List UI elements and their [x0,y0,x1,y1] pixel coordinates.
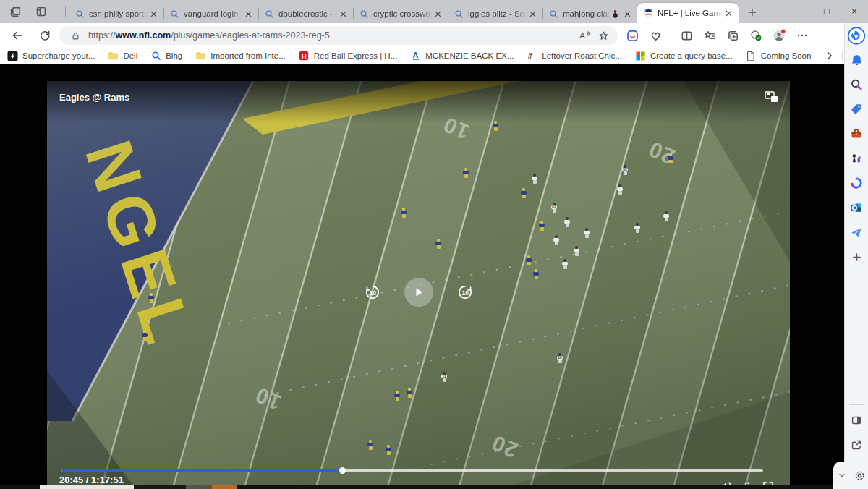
star-icon[interactable] [595,27,612,44]
sidebar-copilot-icon[interactable] [847,26,866,45]
favorite-label: Dell [123,51,137,60]
essentials-icon[interactable] [645,25,665,46]
forward-10-button[interactable]: 10 [457,284,473,300]
sidebar-plus-small-icon[interactable] [847,247,866,266]
settings-gear-icon[interactable] [851,466,868,485]
progress-knob[interactable] [339,467,346,474]
tab-label: NFL+ | Live Games [658,9,723,17]
refresh-icon[interactable] [35,25,55,46]
favorite-dell[interactable]: Dell [108,51,137,61]
player-eagles [564,217,570,227]
player-legs [555,242,558,245]
tab-close-icon[interactable] [527,8,538,20]
tab-mahjong-classic[interactable]: mahjong classic [542,4,637,23]
progress-bar[interactable] [61,469,774,472]
sidebar-bell-icon[interactable] [847,51,866,69]
close-button[interactable]: × [841,0,868,22]
search-icon [75,9,85,19]
favorite-red-ball-express-h[interactable]: HRed Ball Express | H... [299,51,397,61]
chevron-down-icon[interactable] [833,466,851,485]
tabs: csn philly sports - Svanguard login mydo… [69,0,739,23]
sidebar-panel-right-icon[interactable] [847,411,866,430]
sidebar-shopping-tag-icon[interactable] [847,100,866,119]
favorite-bing[interactable]: Bing [150,51,182,61]
sidebar-toolbox-icon[interactable] [847,124,866,143]
more-icon[interactable] [792,25,812,46]
tab-close-icon[interactable] [337,8,349,20]
player-rams [367,440,373,450]
tab-cryptic-crosswords[interactable]: cryptic crosswords [353,4,448,23]
player-rams [435,239,441,249]
player-jersey [435,242,441,245]
read-aloud-icon[interactable]: A [576,27,593,44]
favorites-bar: Supercharge your...DellBingImported from… [0,48,844,64]
url-text[interactable]: https://www.nfl.com/plus/games/eagles-at… [88,30,576,41]
profile-icon[interactable] [769,25,789,46]
search-icon [264,9,274,19]
back-icon[interactable] [7,25,27,46]
favorite-supercharge-your[interactable]: Supercharge your... [7,51,95,61]
new-tab-button[interactable] [743,4,762,21]
favorite-coming-soon[interactable]: Coming Soon [746,51,812,61]
maximize-button[interactable]: □ [813,0,841,22]
chat-icon[interactable] [622,25,642,46]
tab-close-icon[interactable] [242,8,254,20]
player-jersey [574,249,579,252]
page-icon [746,51,757,61]
sidebar-open-external-icon[interactable] [847,435,866,454]
favorites-list-icon[interactable] [699,25,720,46]
video-player[interactable]: NGEL 10201020 11166265 Eagles @ Rams 10 … [47,81,790,486]
page-content: NGEL 10201020 11166265 Eagles @ Rams 10 … [0,64,844,489]
favorite-label: Bing [166,51,182,60]
lock-icon[interactable] [67,27,84,44]
tab-close-icon[interactable] [621,8,633,20]
favorite-imported-from-inte[interactable]: Imported from Inte... [195,51,286,61]
player-legs [443,378,446,382]
rewind-10-button[interactable]: 10 [365,284,380,300]
nav-buttons [7,25,55,46]
h-badge-icon: H [299,51,310,61]
sidebar-sidebar-search-icon[interactable] [847,75,866,94]
split-screen-icon[interactable] [676,25,697,46]
player-rams [142,331,148,341]
rewards-icon[interactable] [746,25,766,46]
minimize-button[interactable]: – [786,0,813,22]
sidebar-m365-icon[interactable] [847,174,866,192]
player-legs [494,127,498,131]
tab-doublecrostic-sea[interactable]: doublecrostic - Sea [258,4,353,23]
a-badge-icon: A [410,51,421,61]
player-jersey [401,211,407,214]
tab-iggles-blitz-searc[interactable]: iggles blitz - Searc [448,4,542,23]
collections-icon[interactable] [723,25,743,46]
favorite-leftover-roast-chic[interactable]: lfLeftover Roast Chic... [527,51,622,61]
player-jersey: 16 [557,356,563,360]
player-legs [437,245,441,249]
tab-vanguard-login-my[interactable]: vanguard login my [163,4,258,23]
player-eagles [553,235,559,245]
pip-icon[interactable] [765,91,778,106]
player-eagles [663,211,669,221]
tab-csn-philly-sports-s[interactable]: csn philly sports - S [69,4,163,23]
chevron-right-icon[interactable] [824,51,835,61]
favorite-label: Leftover Roast Chic... [542,51,622,60]
play-button[interactable] [404,278,433,307]
sidebar-games-icon[interactable] [847,149,866,168]
tab-label: mahjong classic [563,9,610,18]
favorite-mckenzie-back-ex[interactable]: AMCKENZIE BACK EX... [410,51,514,61]
tab-close-icon[interactable] [723,7,734,19]
favorite-create-a-query-base[interactable]: Create a query base... [635,51,733,61]
nfl-shield-icon [643,8,653,18]
favorite-label: Create a query base... [650,51,733,60]
sidebar-paper-plane-icon[interactable] [847,223,866,242]
sidebar-outlook-icon[interactable] [847,198,866,217]
player-jersey [533,272,539,276]
tab-nfl-live-games[interactable]: NFL+ | Live Games [637,3,739,23]
tab-actions-icon[interactable] [33,4,49,20]
tab-close-icon[interactable] [432,8,443,20]
tab-close-icon[interactable] [148,8,159,20]
address-bar[interactable]: https://www.nfl.com/plus/games/eagles-at… [59,26,618,45]
strip-segment-0 [0,485,40,489]
workspaces-icon[interactable] [7,4,23,20]
player-legs [396,397,399,401]
player-eagles-62: 62 [551,203,557,213]
